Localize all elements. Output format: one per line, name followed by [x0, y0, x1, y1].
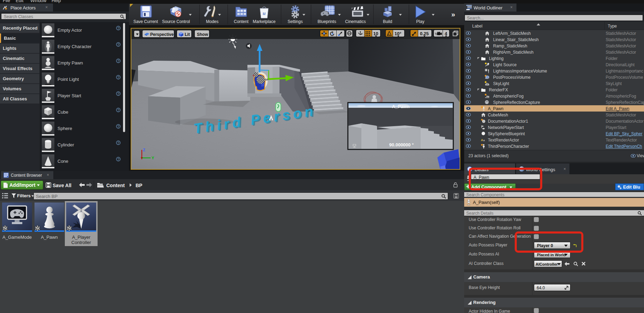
svg-text:Z: Z [143, 148, 145, 152]
svg-text:A_Pawn: A_Pawn [392, 104, 410, 109]
svg-text:A: A [481, 138, 483, 142]
svg-text:u: u [263, 10, 266, 16]
svg-text:Y: Y [152, 156, 154, 160]
svg-text:?: ? [136, 160, 138, 163]
svg-text:?: ? [483, 120, 484, 123]
svg-text:90.000000 °: 90.000000 ° [389, 142, 414, 147]
svg-text:a: a [483, 139, 485, 142]
svg-text:+: + [485, 77, 487, 79]
